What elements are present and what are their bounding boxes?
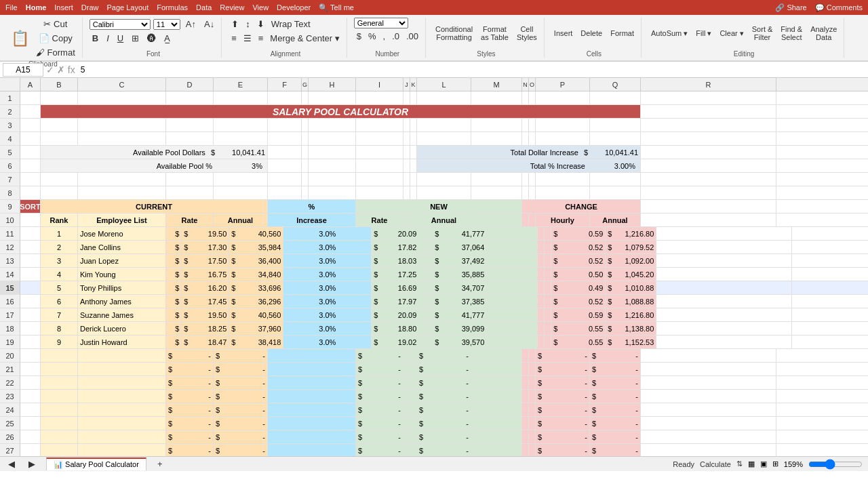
current-rate-cell[interactable]: $16.75 — [182, 268, 229, 281]
autosum-btn[interactable]: AutoSum ▾ — [648, 28, 690, 39]
empty-new-annual-cell[interactable]: $- — [417, 390, 471, 403]
pct-increase-cell[interactable]: 3.0% — [283, 295, 372, 308]
cell[interactable] — [536, 92, 590, 104]
col-O[interactable]: O — [529, 78, 536, 91]
cell[interactable] — [41, 430, 78, 443]
cell[interactable]: Kim Young — [78, 268, 166, 281]
empty-pct-cell[interactable] — [268, 390, 356, 403]
new-rate-cell[interactable]: $17.97 — [372, 295, 419, 308]
cell[interactable] — [20, 119, 41, 131]
currency-btn[interactable]: $ — [354, 30, 364, 43]
change-annual-cell[interactable]: $1,088.88 — [606, 295, 656, 308]
empty-new-rate-cell[interactable]: $- — [356, 376, 403, 389]
zoom-slider[interactable] — [808, 459, 863, 470]
cell[interactable] — [78, 186, 166, 199]
cell[interactable] — [214, 186, 268, 199]
empty-annual-cell[interactable]: $- — [214, 376, 268, 389]
cell[interactable]: 5 — [41, 281, 78, 294]
new-rate-cell[interactable]: $16.69 — [372, 281, 419, 294]
empty-new-annual-cell[interactable]: $- — [417, 376, 471, 389]
cell[interactable] — [403, 186, 410, 199]
cell[interactable] — [356, 173, 403, 186]
page-layout-menu[interactable]: Page Layout — [106, 3, 149, 12]
cell[interactable]: Justin Howard — [78, 336, 166, 348]
cell[interactable] — [410, 92, 417, 104]
cell[interactable] — [78, 119, 166, 131]
cell[interactable] — [78, 376, 166, 389]
empty-chg-annual-cell[interactable]: $- — [590, 430, 641, 443]
cell[interactable] — [302, 173, 309, 186]
cell[interactable]: Jose Moreno — [78, 227, 166, 240]
col-D[interactable]: D — [166, 78, 214, 91]
home-menu[interactable]: Home — [26, 3, 47, 12]
formulas-menu[interactable]: Formulas — [157, 3, 188, 12]
current-annual-cell[interactable]: $36,296 — [229, 295, 283, 308]
cell[interactable] — [78, 363, 166, 375]
empty-new-rate-cell[interactable]: $- — [356, 390, 403, 403]
cell[interactable] — [214, 132, 268, 145]
col-E[interactable]: E — [214, 78, 268, 91]
cell[interactable]: Juan Lopez — [78, 254, 166, 267]
wrap-text-btn[interactable]: Wrap Text — [269, 18, 313, 30]
cell[interactable] — [410, 119, 417, 131]
empty-pct-cell[interactable] — [268, 417, 356, 430]
current-annual-cell[interactable]: $36,400 — [229, 254, 283, 267]
col-I[interactable]: I — [356, 78, 403, 91]
cell[interactable] — [356, 119, 403, 131]
cell[interactable] — [309, 119, 356, 131]
cell[interactable]: 2 — [41, 241, 78, 253]
sort-button[interactable]: SORT — [20, 200, 41, 213]
new-rate-cell[interactable]: $18.03 — [372, 254, 419, 267]
new-rate-cell[interactable]: $20.09 — [372, 308, 419, 321]
cell[interactable] — [536, 173, 590, 186]
cell[interactable] — [41, 186, 78, 199]
comments-btn[interactable]: 💬 Comments — [815, 3, 863, 12]
cell[interactable]: 3 — [41, 254, 78, 267]
cell[interactable] — [641, 132, 776, 145]
cell[interactable] — [166, 186, 214, 199]
cell[interactable] — [417, 173, 471, 186]
cell[interactable] — [41, 376, 78, 389]
cell[interactable] — [214, 173, 268, 186]
cell[interactable] — [529, 132, 536, 145]
cell[interactable] — [410, 173, 417, 186]
cell[interactable]: 1 — [41, 227, 78, 240]
cell[interactable] — [471, 92, 522, 104]
cell[interactable]: Jane Collins — [78, 241, 166, 253]
bold-button[interactable]: B — [90, 32, 101, 45]
tell-me[interactable]: 🔍 Tell me — [319, 3, 354, 12]
cell[interactable] — [41, 173, 78, 186]
increase-font-btn[interactable]: A↑ — [183, 18, 199, 30]
cell[interactable] — [590, 173, 641, 186]
font-family-select[interactable]: Calibri — [90, 19, 151, 30]
new-annual-cell[interactable]: $35,885 — [433, 268, 487, 281]
change-hourly-cell[interactable]: $0.49 — [551, 281, 606, 294]
view-menu[interactable]: View — [252, 3, 269, 12]
empty-annual-cell[interactable]: $- — [214, 417, 268, 430]
new-annual-cell[interactable]: $37,385 — [433, 295, 487, 308]
col-H[interactable]: H — [309, 78, 356, 91]
empty-chg-annual-cell[interactable]: $- — [590, 376, 641, 389]
italic-button[interactable]: I — [104, 32, 112, 45]
change-annual-cell[interactable]: $1,216.80 — [606, 227, 656, 240]
cell[interactable]: 7 — [41, 308, 78, 321]
cell[interactable] — [590, 119, 641, 131]
new-rate-cell[interactable]: $17.82 — [372, 241, 419, 253]
new-annual-cell[interactable]: $39,570 — [433, 336, 487, 348]
empty-chg-annual-cell[interactable]: $- — [590, 349, 641, 362]
draw-menu[interactable]: Draw — [81, 3, 99, 12]
cell-reference-box[interactable] — [3, 63, 43, 77]
empty-new-annual-cell[interactable]: $- — [417, 430, 471, 443]
current-rate-cell[interactable]: $17.45 — [182, 295, 229, 308]
prev-sheet-btn[interactable]: ◀ — [5, 458, 18, 470]
empty-rate-cell[interactable]: $- — [166, 390, 214, 403]
cell[interactable] — [41, 363, 78, 375]
border-button[interactable]: ⊞ — [129, 32, 142, 45]
current-rate-cell[interactable]: $19.50 — [182, 227, 229, 240]
cell[interactable] — [302, 186, 309, 199]
cell[interactable] — [590, 92, 641, 104]
current-rate-cell[interactable]: $18.47 — [182, 336, 229, 348]
next-sheet-btn[interactable]: ▶ — [26, 458, 38, 470]
new-rate-cell[interactable]: $20.09 — [372, 227, 419, 240]
current-annual-cell[interactable]: $37,960 — [229, 322, 283, 335]
